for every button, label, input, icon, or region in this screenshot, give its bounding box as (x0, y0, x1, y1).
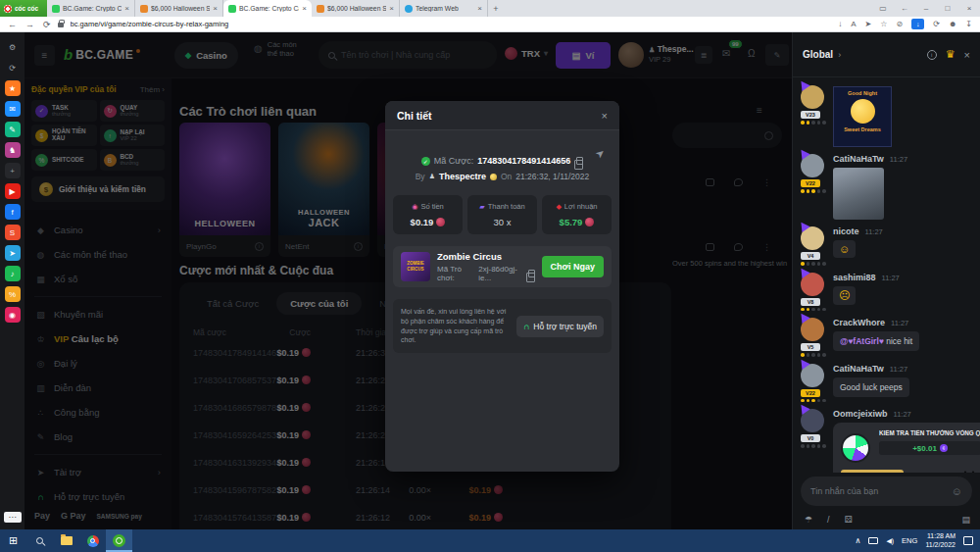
tray-caret-icon[interactable]: ∧ (856, 536, 861, 545)
share-icon[interactable]: ➤ (865, 20, 872, 28)
player-name[interactable]: Thespectre (439, 172, 486, 181)
chat-input[interactable]: Tin nhắn của bạn ☺ (801, 477, 972, 506)
chat-message: V8sashimi8811:27☹ (801, 273, 972, 312)
telegram-icon[interactable]: ➤ (5, 245, 21, 261)
star-dot (807, 353, 810, 357)
chat-username[interactable]: nicote (833, 226, 859, 236)
tab-title: $6,000 Halloween Slot Battle (327, 5, 386, 12)
chat-image[interactable] (833, 168, 884, 220)
chat-username[interactable]: Oomcjeixiwb (833, 409, 888, 419)
command-icon[interactable]: / (827, 515, 830, 525)
volume-icon[interactable]: ◀) (886, 537, 894, 545)
dice-icon[interactable]: ⚄ (845, 515, 853, 525)
chat-message: V22CatiNaHaTw11:27 (801, 154, 972, 220)
tab-close-icon[interactable]: × (389, 4, 394, 13)
info-icon[interactable]: i (927, 50, 937, 60)
games-icon[interactable]: ♞ (5, 142, 21, 158)
minimize-icon[interactable]: – (915, 4, 937, 13)
bookmark-icon[interactable]: ☆ (880, 20, 887, 28)
chat-username[interactable]: CatiNaHaTw (833, 154, 884, 164)
chat-image-moon[interactable]: Good NightSweet Dreams (833, 86, 892, 147)
chat-time: 11:27 (882, 274, 900, 282)
close-chat-icon[interactable]: × (964, 49, 970, 61)
trophy-icon[interactable]: ♛ (946, 48, 956, 61)
notification-center-icon[interactable] (963, 536, 973, 545)
video-icon[interactable]: ◉ (5, 307, 21, 323)
chat-bubble: @♥fAtGirl♥ nice hit (833, 331, 919, 351)
back-icon[interactable]: ← (8, 20, 17, 29)
youtube-icon[interactable]: ▶ (5, 183, 21, 199)
game-thumbnail[interactable]: ZOMBIE CIRCUS (401, 252, 430, 281)
sync-icon[interactable]: ⟳ (933, 20, 940, 28)
messenger-icon[interactable]: ✉ (5, 101, 21, 117)
rain-icon[interactable]: ☂ (805, 515, 812, 525)
save-page-icon[interactable]: ↓ (838, 20, 842, 28)
deals-icon[interactable]: % (5, 286, 21, 302)
copy-icon[interactable] (576, 157, 583, 165)
vip-badge: V22 (801, 179, 820, 187)
browser-tab[interactable]: $6,000 Halloween Slot Battle× (312, 0, 400, 17)
forward-icon[interactable]: → (25, 20, 34, 29)
history-icon[interactable]: ⟳ (5, 60, 21, 75)
live-support-button[interactable]: ∩ Hỗ trợ trực tuyến (516, 316, 604, 337)
browser-tab[interactable]: Telegram Web× (400, 0, 488, 17)
spotify-icon[interactable]: ♪ (5, 266, 21, 281)
chat-username[interactable]: CrackWhore (833, 318, 885, 327)
chat-time: 11:27 (894, 410, 911, 419)
mention[interactable]: @♥fAtGirl♥ (840, 336, 886, 346)
more-apps-icon[interactable]: ⋯ (4, 512, 22, 523)
adblock-icon[interactable]: ⊘ (896, 20, 903, 28)
chat-input-placeholder: Tin nhắn của bạn (810, 486, 878, 496)
tab-close-icon[interactable]: × (477, 4, 482, 13)
tab-close-icon[interactable]: × (213, 4, 218, 13)
language-indicator[interactable]: ENG (902, 536, 917, 545)
browser-tab[interactable]: BC.Game: Crypto Casino Gan× (47, 0, 135, 17)
network-icon[interactable] (868, 537, 878, 544)
tab-back-icon[interactable]: ← (894, 4, 915, 13)
new-tab-button[interactable]: + (488, 0, 504, 17)
profile-icon[interactable]: ☻ (949, 20, 956, 28)
clock[interactable]: 11:28 AM11/2/2022 (925, 532, 956, 550)
lucky-spin-card[interactable]: KIỂM TRA TIỀN THƯỞNG VÒNG QU+$0.01¢Quay … (833, 423, 980, 473)
taskbar-search-icon[interactable] (26, 529, 53, 552)
url-text[interactable]: bc.game/vi/game/zombie-circus-by-relax-g… (71, 20, 832, 28)
shopee-icon[interactable]: S (5, 225, 21, 240)
payout-icon: ▰ (479, 203, 484, 211)
chrome-icon[interactable] (79, 529, 106, 552)
chat-username[interactable]: sashimi88 (833, 273, 876, 282)
emoji-icon[interactable]: ☺ (952, 485, 962, 497)
bonus-coin-icon: ¢ (940, 444, 948, 452)
close-window-icon[interactable]: × (958, 4, 980, 13)
spin-now-button[interactable]: Quay Ngay!! (841, 470, 904, 473)
close-icon[interactable]: × (602, 110, 608, 122)
translate-icon[interactable]: A (851, 20, 856, 28)
file-explorer-icon[interactable] (53, 529, 79, 552)
start-button[interactable]: ⊞ (0, 529, 26, 552)
lucky-wheel-icon (841, 433, 870, 463)
chat-username[interactable]: CatiNaHaTw (833, 364, 884, 374)
settings-icon[interactable]: ⚙ (5, 39, 21, 55)
screencast-icon[interactable]: ▭ (872, 4, 894, 13)
downloads-tray-icon[interactable]: ↧ (965, 20, 972, 28)
coccoc-brand-button[interactable]: cốc cốc (0, 0, 47, 17)
browser-tab[interactable]: BC.Game: Crypto Casino Gan× (223, 0, 312, 17)
stat-box: ◉Số tiền$0.19 (393, 195, 463, 234)
add-icon[interactable]: + (5, 163, 21, 178)
tab-close-icon[interactable]: × (302, 4, 307, 13)
stat-label: Số tiền (420, 202, 443, 211)
reload-icon[interactable]: ⟳ (43, 20, 51, 29)
chat-room-label[interactable]: Global (803, 49, 833, 60)
browser-tab[interactable]: $6,000 Halloween Slot Battle× (135, 0, 223, 17)
tab-close-icon[interactable]: × (124, 4, 129, 13)
play-now-button[interactable]: Chơi Ngay (542, 256, 604, 277)
star-dot (822, 121, 826, 125)
restore-icon[interactable]: □ (937, 4, 958, 13)
notes-icon[interactable]: ✎ (5, 122, 21, 137)
favorites-icon[interactable]: ★ (5, 80, 21, 96)
download-button[interactable]: ↓ (911, 19, 924, 29)
coccoc-taskbar-icon[interactable] (106, 529, 132, 552)
star-dot (817, 189, 821, 193)
keyboard-icon[interactable]: ▤ (961, 515, 970, 525)
copy-icon[interactable] (528, 270, 534, 277)
facebook-icon[interactable]: f (5, 204, 21, 220)
